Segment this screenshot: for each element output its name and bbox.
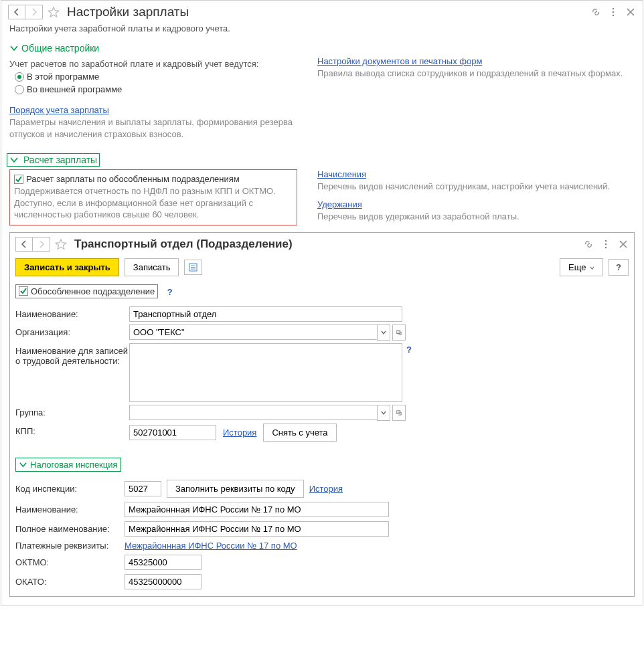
deregister-button[interactable]: Снять с учета bbox=[263, 424, 336, 442]
section-general-header[interactable]: Общие настройки bbox=[1, 40, 643, 56]
subdiv-nav-forward-button[interactable] bbox=[33, 237, 50, 252]
oktmo-label: ОКТМО: bbox=[15, 557, 119, 567]
svg-point-2 bbox=[613, 15, 615, 17]
subdivision-title: Транспортный отдел (Подразделение) bbox=[74, 238, 583, 251]
radio-dot-checked-icon bbox=[15, 72, 24, 82]
salary-order-link[interactable]: Порядок учета зарплаты bbox=[9, 105, 109, 115]
nav-back-button[interactable] bbox=[8, 5, 25, 19]
help-button[interactable]: ? bbox=[609, 259, 629, 276]
kpp-input[interactable] bbox=[129, 425, 216, 440]
tax-fullname-input[interactable] bbox=[125, 521, 389, 537]
separate-subdiv-desc: Поддерживается отчетность по НДФЛ по раз… bbox=[14, 185, 293, 221]
radio-external-program-label: Во внешней программе bbox=[27, 84, 122, 94]
payment-details-link[interactable]: Межрайоннная ИФНС России № 17 по МО bbox=[125, 541, 297, 551]
inspection-history-link[interactable]: История bbox=[309, 484, 343, 494]
kpp-label: КПП: bbox=[15, 424, 129, 436]
separate-subdiv-form-label: Обособленное подразделение bbox=[31, 286, 155, 296]
subdiv-close-icon[interactable] bbox=[618, 239, 629, 250]
save-button[interactable]: Записать bbox=[125, 258, 179, 276]
group-dropdown-button[interactable] bbox=[377, 405, 390, 421]
subdiv-kebab-icon[interactable] bbox=[600, 239, 611, 250]
tax-name-label: Наименование: bbox=[15, 504, 119, 514]
chevron-down-icon bbox=[9, 43, 19, 53]
kpp-history-link[interactable]: История bbox=[223, 428, 256, 438]
org-dropdown-button[interactable] bbox=[377, 324, 390, 341]
svg-point-4 bbox=[605, 243, 607, 245]
subdiv-favorite-icon[interactable] bbox=[54, 238, 68, 251]
deductions-link[interactable]: Удержания bbox=[317, 199, 362, 209]
tax-name-input[interactable] bbox=[125, 502, 389, 517]
section-salary-header[interactable]: Расчет зарплаты bbox=[1, 151, 643, 169]
section-general-title: Общие настройки bbox=[21, 43, 99, 54]
general-lead-text: Учет расчетов по заработной плате и кадр… bbox=[9, 59, 297, 69]
accruals-desc: Перечень видов начислений сотрудникам, н… bbox=[317, 181, 635, 193]
section-salary-toggle: Расчет зарплаты bbox=[7, 153, 100, 167]
inspection-code-input[interactable] bbox=[125, 481, 161, 496]
group-input[interactable] bbox=[129, 405, 377, 420]
fill-from-code-button[interactable]: Заполнить реквизиты по коду bbox=[167, 480, 304, 498]
labor-label: Наименование для записей о трудовой деят… bbox=[15, 343, 129, 366]
doc-settings-desc: Правила вывода списка сотрудников и подр… bbox=[317, 68, 635, 80]
report-icon-button[interactable] bbox=[184, 260, 202, 275]
section-salary-title: Расчет зарплаты bbox=[23, 155, 97, 165]
separate-subdiv-label: Расчет зарплаты по обособленным подразде… bbox=[26, 174, 240, 184]
subdiv-link-icon[interactable] bbox=[583, 239, 594, 250]
org-label: Организация: bbox=[15, 324, 129, 337]
payment-details-label: Платежные реквизиты: bbox=[15, 541, 119, 551]
svg-point-5 bbox=[605, 246, 607, 248]
org-open-button[interactable] bbox=[392, 324, 406, 341]
tax-section-header[interactable]: Налоговая инспекция bbox=[15, 458, 121, 472]
group-label: Группа: bbox=[15, 405, 129, 417]
chevron-down-icon bbox=[19, 460, 27, 469]
close-icon[interactable] bbox=[625, 7, 636, 17]
okato-label: ОКАТО: bbox=[15, 577, 119, 587]
help-question-icon[interactable]: ? bbox=[167, 287, 173, 297]
svg-point-0 bbox=[613, 8, 615, 10]
salary-order-desc: Параметры начисления и выплаты зарплаты,… bbox=[9, 116, 297, 140]
labor-help-icon[interactable]: ? bbox=[406, 345, 412, 355]
more-button[interactable]: Еще bbox=[560, 258, 603, 276]
subdiv-nav-back-button[interactable] bbox=[15, 237, 33, 252]
favorite-icon[interactable] bbox=[47, 5, 60, 19]
tax-section-title: Налоговая инспекция bbox=[30, 460, 118, 470]
okato-input[interactable] bbox=[125, 574, 202, 589]
oktmo-input[interactable] bbox=[125, 555, 202, 570]
deductions-desc: Перечень видов удержаний из заработной п… bbox=[317, 211, 635, 223]
radio-external-program[interactable]: Во внешней программе bbox=[15, 84, 297, 94]
checkbox-checked-icon bbox=[19, 286, 28, 296]
org-input[interactable] bbox=[129, 324, 377, 340]
highlighted-checkbox-box: Расчет зарплаты по обособленным подразде… bbox=[9, 169, 297, 225]
kebab-icon[interactable] bbox=[608, 7, 619, 17]
link-icon[interactable] bbox=[590, 7, 601, 17]
labor-textarea[interactable] bbox=[129, 343, 402, 402]
name-input[interactable] bbox=[129, 306, 402, 322]
group-open-button[interactable] bbox=[392, 405, 406, 421]
save-and-close-button[interactable]: Записать и закрыть bbox=[15, 258, 119, 276]
name-label: Наименование: bbox=[15, 306, 129, 319]
radio-dot-unchecked-icon bbox=[15, 85, 24, 94]
subdivision-window: Транспортный отдел (Подразделение) Запис… bbox=[9, 232, 635, 597]
tax-fullname-label: Полное наименование: bbox=[15, 524, 119, 534]
doc-settings-link[interactable]: Настройки документов и печатных форм bbox=[317, 56, 482, 66]
page-title: Настройки зарплаты bbox=[67, 5, 590, 19]
radio-this-program-label: В этой программе bbox=[27, 72, 99, 82]
radio-this-program[interactable]: В этой программе bbox=[15, 72, 297, 82]
window-toolbar: Настройки зарплаты bbox=[1, 1, 643, 23]
svg-point-1 bbox=[613, 11, 615, 13]
nav-forward-button[interactable] bbox=[25, 5, 43, 19]
page-subtitle: Настройки учета заработной платы и кадро… bbox=[1, 23, 643, 40]
separate-subdiv-checkbox[interactable]: Расчет зарплаты по обособленным подразде… bbox=[14, 174, 293, 184]
chevron-down-icon bbox=[9, 155, 19, 165]
accruals-link[interactable]: Начисления bbox=[317, 169, 366, 179]
checkbox-checked-icon bbox=[14, 175, 23, 184]
subdivision-toolbar: Транспортный отдел (Подразделение) bbox=[10, 233, 634, 256]
svg-point-3 bbox=[605, 240, 607, 242]
separate-subdiv-form-checkbox[interactable]: Обособленное подразделение bbox=[15, 284, 158, 298]
inspection-code-label: Код инспекции: bbox=[15, 484, 119, 494]
